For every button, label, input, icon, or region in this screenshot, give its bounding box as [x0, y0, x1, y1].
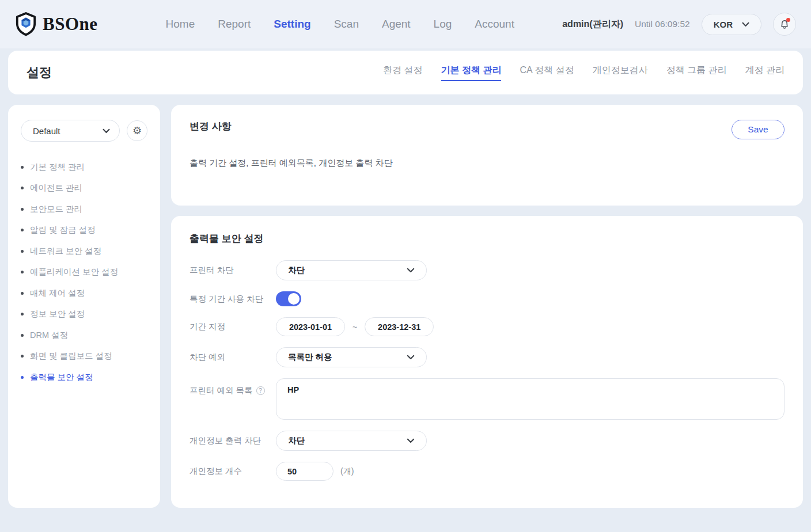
date-to-input[interactable]: 2023-12-31	[365, 317, 434, 336]
shield-logo-icon	[15, 12, 37, 36]
sidebar-menu: 기본 정책 관리 에이전트 관리 보안모드 관리 알림 및 잠금 설정 네트워크…	[21, 157, 147, 388]
printer-list-label: 프린터 예외 목록	[190, 385, 253, 396]
tab-policy-group[interactable]: 정책 그룹 관리	[666, 64, 727, 81]
chevron-down-icon	[103, 128, 110, 134]
sidebar-item-agent[interactable]: 에이전트 관리	[21, 178, 147, 199]
count-unit-suffix: (개)	[340, 466, 354, 477]
sidebar-item-label: 알림 및 잠금 설정	[30, 225, 96, 235]
brand-name: BSOne	[43, 14, 98, 35]
row-printer-block: 프린터 차단 차단	[190, 260, 785, 280]
tab-privacy-scan[interactable]: 개인정보검사	[593, 64, 648, 81]
notification-badge	[786, 18, 790, 22]
brand-logo[interactable]: BSOne	[15, 12, 98, 36]
sidebar-item-secure-mode[interactable]: 보안모드 관리	[21, 199, 147, 220]
settings-tabs: 환경 설정 기본 정책 관리 CA 정책 설정 개인정보검사 정책 그룹 관리 …	[383, 64, 785, 81]
nav-log[interactable]: Log	[434, 18, 452, 31]
tab-account[interactable]: 계정 관리	[745, 64, 785, 81]
sidebar-top: Default ⚙	[21, 120, 147, 142]
privacy-block-select[interactable]: 차단	[276, 431, 427, 451]
sidebar-item-label: 출력물 보안 설정	[30, 372, 93, 383]
session-timer: Until 06:09:52	[635, 19, 690, 29]
bullet-icon	[21, 187, 24, 189]
sidebar-item-label: 애플리케이션 보안 설정	[30, 267, 118, 278]
toggle-knob	[288, 293, 300, 305]
bullet-icon	[21, 376, 24, 379]
sidebar-item-info-security[interactable]: 정보 보안 설정	[21, 304, 147, 325]
nav-report[interactable]: Report	[218, 18, 251, 31]
profile-settings-button[interactable]: ⚙	[127, 120, 147, 141]
sidebar-item-label: 네트워크 보안 설정	[30, 246, 101, 257]
page-title: 설정	[26, 64, 52, 81]
nav-scan[interactable]: Scan	[334, 18, 359, 31]
user-name: admin(관리자)	[562, 18, 623, 31]
field-label: 개인정보 개수	[190, 466, 276, 477]
field-label: 특정 기간 사용 차단	[190, 294, 276, 305]
sidebar-item-label: 매체 제어 설정	[30, 288, 85, 299]
sidebar-item-screen-clipboard[interactable]: 화면 및 클립보드 설정	[21, 346, 147, 367]
sidebar-item-media-control[interactable]: 매체 제어 설정	[21, 283, 147, 304]
help-icon[interactable]: ?	[256, 386, 265, 395]
row-block-exception: 차단 예외 목록만 허용	[190, 347, 785, 367]
field-label: 프린터 예외 목록 ?	[190, 385, 276, 396]
period-toggle-switch[interactable]	[276, 291, 301, 306]
sidebar-item-label: 기본 정책 관리	[30, 162, 85, 173]
bullet-icon	[21, 229, 24, 231]
profile-select-value: Default	[33, 126, 60, 136]
sidebar-item-label: DRM 설정	[30, 330, 68, 341]
row-period-toggle: 특정 기간 사용 차단	[190, 291, 785, 306]
bullet-icon	[21, 166, 24, 169]
tab-ca-policy[interactable]: CA 정책 설정	[520, 64, 574, 81]
bullet-icon	[21, 208, 24, 211]
row-privacy-count: 개인정보 개수 (개)	[190, 462, 785, 481]
block-exception-select[interactable]: 목록만 허용	[276, 347, 427, 367]
sidebar-item-application-security[interactable]: 애플리케이션 보안 설정	[21, 262, 147, 283]
main-nav: Home Report Setting Scan Agent Log Accou…	[166, 18, 514, 31]
field-label: 차단 예외	[190, 352, 276, 363]
select-value: 차단	[288, 435, 305, 446]
sidebar-item-label: 정보 보안 설정	[30, 309, 85, 320]
sidebar-item-basic-policy[interactable]: 기본 정책 관리	[21, 157, 147, 178]
date-range-separator: ~	[353, 322, 357, 332]
chevron-down-icon	[407, 438, 415, 443]
row-printer-exception-list: 프린터 예외 목록 ? HP	[190, 378, 785, 420]
nav-home[interactable]: Home	[166, 18, 195, 31]
profile-select[interactable]: Default	[21, 120, 120, 142]
tab-environment[interactable]: 환경 설정	[383, 64, 422, 81]
form-title: 출력물 보안 설정	[190, 232, 785, 245]
field-label: 개인정보 출력 차단	[190, 435, 276, 446]
sidebar-item-print-security[interactable]: 출력물 보안 설정	[21, 367, 147, 388]
sidebar-item-network-security[interactable]: 네트워크 보안 설정	[21, 241, 147, 262]
language-selector[interactable]: KOR	[702, 14, 761, 35]
nav-setting[interactable]: Setting	[274, 18, 310, 31]
privacy-count-input[interactable]	[276, 462, 334, 481]
row-period-range: 기간 지정 2023-01-01 ~ 2023-12-31	[190, 317, 785, 336]
changes-description: 출력 기간 설정, 프린터 예외목록, 개인정보 출력 차단	[190, 158, 785, 169]
select-value: 목록만 허용	[288, 352, 332, 363]
bullet-icon	[21, 292, 24, 295]
printer-exception-textarea[interactable]: HP	[276, 378, 785, 420]
changes-title: 변경 사항	[190, 120, 232, 133]
nav-account[interactable]: Account	[475, 18, 514, 31]
chevron-down-icon	[407, 355, 415, 360]
date-from-input[interactable]: 2023-01-01	[276, 317, 345, 336]
bullet-icon	[21, 355, 24, 358]
sidebar-item-label: 보안모드 관리	[30, 204, 82, 215]
notifications-button[interactable]	[773, 13, 796, 36]
sidebar-item-label: 에이전트 관리	[30, 183, 82, 193]
top-right-group: admin(관리자) Until 06:09:52 KOR	[562, 13, 796, 36]
nav-agent[interactable]: Agent	[382, 18, 411, 31]
language-value: KOR	[714, 20, 733, 29]
sidebar-item-label: 화면 및 클립보드 설정	[30, 351, 112, 362]
content-area: Default ⚙ 기본 정책 관리 에이전트 관리 보안모드 관리 알림 및 …	[8, 105, 803, 508]
printer-block-select[interactable]: 차단	[276, 260, 427, 280]
bullet-icon	[21, 313, 24, 316]
bullet-icon	[21, 334, 24, 337]
save-button[interactable]: Save	[732, 120, 785, 139]
tab-basic-policy[interactable]: 기본 정책 관리	[441, 64, 502, 81]
bullet-icon	[21, 271, 24, 273]
chevron-down-icon	[407, 268, 415, 273]
select-value: 차단	[288, 265, 305, 276]
sidebar-item-drm[interactable]: DRM 설정	[21, 325, 147, 346]
sidebar-item-alert-lock[interactable]: 알림 및 잠금 설정	[21, 220, 147, 241]
field-label: 기간 지정	[190, 321, 276, 332]
